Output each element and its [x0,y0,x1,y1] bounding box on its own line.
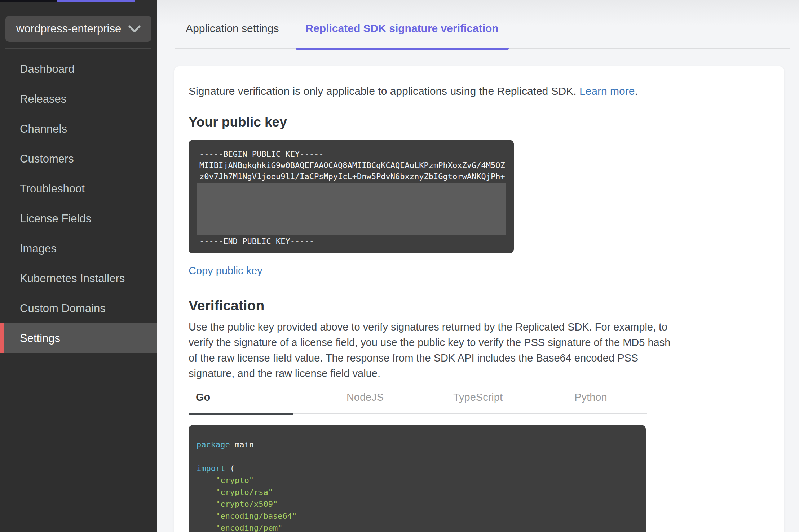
public-key-block: -----BEGIN PUBLIC KEY----- MIIBIjANBgkqh… [189,140,514,253]
sidebar-divider [5,48,151,49]
code-line: package main [197,439,639,451]
tab-replicated-sdk-signature-verification[interactable]: Replicated SDK signature verification [306,22,499,48]
public-key-line: -----BEGIN PUBLIC KEY----- [199,148,505,160]
intro-text: Signature verification is only applicabl… [189,85,770,97]
sidebar-item-customers[interactable]: Customers [0,144,157,174]
sidebar-item-releases[interactable]: Releases [0,84,157,114]
copy-public-key-link[interactable]: Copy public key [189,265,262,277]
sidebar-item-label: License Fields [20,212,91,225]
sidebar-item-kubernetes-installers[interactable]: Kubernetes Installers [0,263,157,293]
sidebar-item-label: Channels [20,123,67,136]
public-key-line: -----END PUBLIC KEY----- [199,236,505,247]
verification-paragraph: Use the public key provided above to ver… [189,319,675,381]
code-tab-typescript[interactable]: TypeScript [421,391,534,413]
code-line: "encoding/base64" [197,510,639,522]
main-content: Application settings Replicated SDK sign… [157,0,799,532]
top-header-remnant [0,0,57,2]
tab-application-settings[interactable]: Application settings [186,22,279,48]
sidebar-item-label: Custom Domains [20,302,106,315]
sidebar-item-label: Kubernetes Installers [20,272,125,285]
public-key-line: MIIBIjANBgkqhkiG9w0BAQEFAAOCAQ8AMIIBCgKC… [199,160,505,171]
public-key-heading: Your public key [189,115,770,130]
code-line: "encoding/pem" [197,522,639,532]
sidebar-item-label: Troubleshoot [20,182,85,195]
sidebar-item-settings[interactable]: Settings [0,323,157,353]
sidebar-item-custom-domains[interactable]: Custom Domains [0,293,157,323]
sidebar-nav: Dashboard Releases Channels Customers Tr… [0,54,157,353]
go-code-block: package main import ( "crypto" "crypto/r… [189,425,646,532]
code-line: "crypto/rsa" [197,486,639,498]
sidebar-item-label: Dashboard [20,63,75,76]
sidebar-item-troubleshoot[interactable]: Troubleshoot [0,174,157,204]
sidebar-item-label: Releases [20,93,66,106]
code-line: "crypto/x509" [197,498,639,510]
intro-sentence: Signature verification is only applicabl… [189,85,579,97]
learn-more-link[interactable]: Learn more [579,85,635,97]
code-tab-go[interactable]: Go [189,391,309,413]
chevron-down-icon [128,25,141,32]
code-tab-nodejs[interactable]: NodeJS [309,391,421,413]
intro-period: . [635,85,637,97]
public-key-redacted-overlay [197,183,506,235]
app-selector-dropdown[interactable]: wordpress-enterprise [5,16,151,42]
code-line: import ( [197,462,639,474]
settings-tabbar: Application settings Replicated SDK sign… [175,0,790,49]
sidebar-item-images[interactable]: Images [0,234,157,263]
sidebar-item-channels[interactable]: Channels [0,114,157,144]
sidebar: wordpress-enterprise Dashboard Releases … [0,0,157,532]
sidebar-item-label: Customers [20,152,74,165]
public-key-line: z0v7Jh7M1NgV1joeu9l1/IaCPsMpyIcL+Dnw5Pdv… [199,171,505,182]
code-language-tabs: Go NodeJS TypeScript Python [189,391,647,414]
sidebar-item-label: Settings [20,332,60,345]
signature-verification-card: Signature verification is only applicabl… [174,66,784,532]
code-tab-python[interactable]: Python [534,391,647,413]
sidebar-item-label: Images [20,242,57,255]
app-selector-value: wordpress-enterprise [16,22,128,35]
code-line [197,451,639,462]
verification-heading: Verification [189,298,770,314]
header-active-tab-underline [57,0,135,2]
code-line: "crypto" [197,474,639,486]
sidebar-item-dashboard[interactable]: Dashboard [0,54,157,84]
sidebar-item-license-fields[interactable]: License Fields [0,204,157,234]
top-header-strip [0,0,157,2]
